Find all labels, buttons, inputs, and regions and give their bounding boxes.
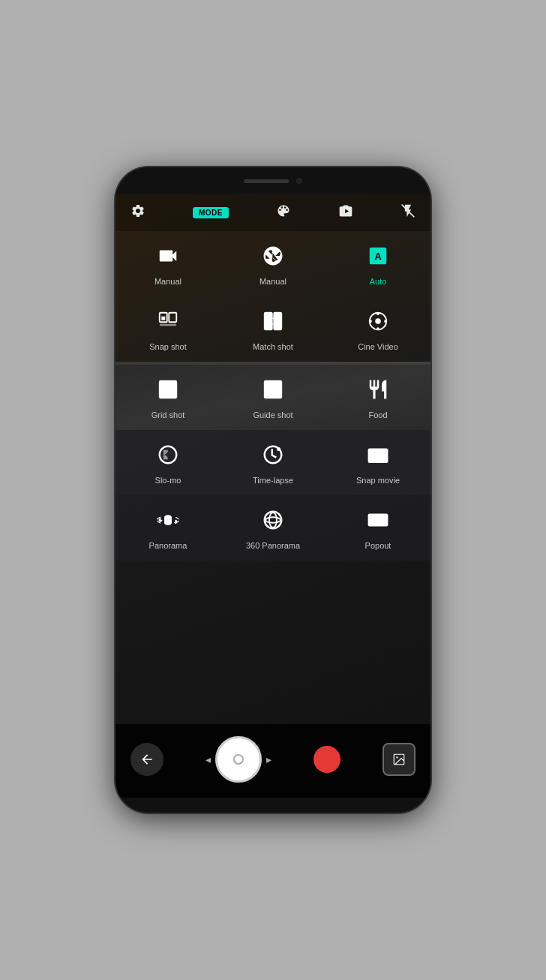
mode-badge[interactable]: MODE [193, 207, 229, 218]
video-icon [157, 245, 179, 271]
record-button[interactable] [314, 746, 340, 773]
panorama360-icon [262, 509, 284, 535]
svg-rect-6 [160, 324, 177, 326]
mode-food-label: Food [368, 410, 387, 419]
panorama-icon [157, 509, 179, 535]
timelapse-icon [262, 443, 284, 470]
mode-manual-video-label: Manual [154, 277, 182, 286]
mode-slo-mo-label: Slo-mo [155, 476, 182, 485]
snap-icon [157, 310, 179, 336]
svg-point-26 [277, 447, 280, 451]
mode-cine-video-label: Cine Video [358, 342, 398, 351]
flash-icon[interactable] [400, 203, 416, 222]
svg-rect-8 [274, 313, 281, 330]
mode-match-shot[interactable]: Match shot [220, 296, 326, 362]
mode-auto-label: Auto [370, 277, 387, 286]
svg-point-16 [384, 320, 387, 323]
mode-match-shot-label: Match shot [253, 342, 293, 351]
svg-text:A: A [374, 251, 381, 262]
modes-row-4: Slo-mo Time-lapse [116, 430, 430, 495]
mode-time-lapse-label: Time-lapse [253, 476, 293, 485]
phone-screen: MODE [116, 194, 430, 798]
svg-rect-27 [369, 449, 388, 463]
svg-point-13 [376, 312, 380, 315]
cine-icon [367, 310, 389, 336]
phone-top-bar [116, 167, 430, 194]
mode-360-panorama-label: 360 Panorama [246, 541, 300, 550]
mode-snap-movie[interactable]: Snap movie [326, 430, 430, 495]
nav-left-icon: ◂ [206, 753, 211, 765]
slomo-icon [157, 443, 179, 470]
svg-rect-7 [265, 313, 272, 330]
mode-snap-movie-label: Snap movie [356, 476, 400, 485]
bottom-controls: ◂ ▸ [116, 724, 430, 798]
mode-grid-shot[interactable]: Grid shot [116, 365, 220, 430]
svg-point-34 [269, 513, 277, 528]
phone-bottom-bar [116, 798, 430, 813]
mode-guide-shot-label: Guide shot [253, 410, 292, 419]
nav-right-icon: ▸ [266, 753, 272, 765]
mode-slo-mo[interactable]: Slo-mo [116, 430, 220, 495]
svg-point-40 [396, 756, 398, 758]
settings-icon[interactable] [130, 203, 146, 222]
phone-speaker [244, 179, 289, 183]
svg-point-35 [266, 517, 280, 523]
mode-manual-photo[interactable]: Manual [220, 231, 326, 296]
shutter-area: ◂ ▸ [206, 736, 272, 783]
aperture-icon [262, 245, 284, 271]
auto-icon: A [367, 245, 389, 271]
back-button[interactable] [130, 743, 164, 776]
mode-manual-video[interactable]: Manual [116, 231, 220, 296]
modes-row-3: Grid shot Guide shot [116, 365, 430, 430]
phone-front-camera [296, 178, 302, 184]
shutter-button[interactable] [215, 736, 262, 783]
mode-cine-video[interactable]: Cine Video [326, 296, 430, 362]
mode-guide-shot[interactable]: Guide shot [220, 365, 326, 430]
mode-popout[interactable]: Popout [326, 495, 430, 561]
top-toolbar: MODE [116, 194, 430, 231]
mode-popout-label: Popout [365, 541, 392, 550]
mode-360-panorama[interactable]: 360 Panorama [220, 495, 326, 561]
modes-row-5: Panorama 360 Panorama [116, 495, 430, 561]
mode-time-lapse[interactable]: Time-lapse [220, 430, 326, 495]
svg-rect-5 [169, 313, 176, 323]
svg-rect-38 [371, 517, 379, 523]
svg-rect-17 [160, 381, 177, 398]
svg-point-14 [376, 327, 380, 330]
gallery-button[interactable] [382, 743, 416, 776]
guide-icon [262, 378, 284, 404]
modes-row-1: Manual Manual A [116, 231, 430, 296]
grid-icon [157, 378, 179, 404]
popout-icon [367, 509, 389, 535]
snapmovie-icon [367, 443, 389, 470]
effects-icon[interactable] [276, 203, 291, 222]
svg-point-12 [375, 318, 381, 324]
mode-food[interactable]: Food [326, 365, 430, 430]
flip-camera-icon[interactable] [338, 203, 353, 222]
mode-auto[interactable]: A Auto [326, 231, 430, 296]
food-icon [367, 378, 389, 404]
match-icon [262, 310, 284, 336]
mode-snap-shot[interactable]: Snap shot [116, 296, 220, 362]
mode-panorama-label: Panorama [149, 541, 188, 550]
modes-row-2: Snap shot Match shot [116, 296, 430, 362]
mode-snap-shot-label: Snap shot [149, 342, 187, 351]
svg-point-15 [369, 320, 372, 323]
modes-container: Manual Manual A [116, 231, 430, 724]
mode-grid-shot-label: Grid shot [152, 410, 185, 419]
mode-manual-photo-label: Manual [260, 277, 286, 286]
svg-rect-4 [161, 317, 165, 320]
svg-rect-23 [268, 384, 279, 395]
phone-device: MODE [116, 167, 430, 813]
mode-panorama[interactable]: Panorama [116, 495, 220, 561]
